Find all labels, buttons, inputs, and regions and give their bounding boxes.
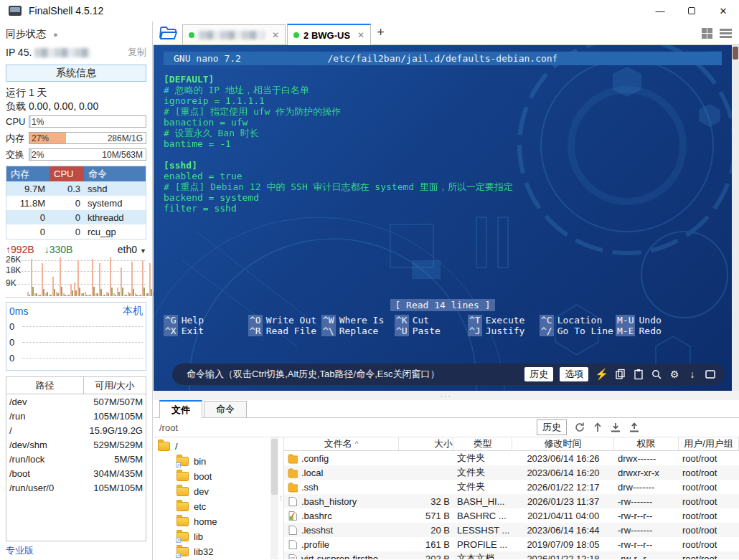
ip-value-redacted (34, 48, 90, 57)
download-bar (86, 295, 88, 296)
disk-row[interactable]: /dev/shm529M/529M (6, 437, 146, 452)
scroll-down-icon[interactable]: ↓ (687, 369, 698, 380)
file-name: .lesshst (301, 525, 333, 536)
file-header-3[interactable]: 修改时间 (512, 437, 614, 450)
upload-icon[interactable] (629, 422, 640, 433)
sidebar: 同步状态 ● IP 45. 复制 系统信息 运行 1 天 负载 0.00, 0.… (0, 22, 153, 560)
download-icon[interactable] (610, 422, 621, 433)
process-row[interactable]: 9.7M0.3sshd (6, 181, 146, 196)
paste-icon[interactable] (633, 369, 644, 380)
process-row[interactable]: 00kthreadd (6, 210, 146, 224)
tree-table-splitter[interactable]: ⋮⋮⋮ (278, 437, 283, 559)
copy-icon[interactable] (615, 369, 626, 380)
terminal-panel[interactable]: GNU nano 7.2 /etc/fail2ban/jail.d/defaul… (154, 45, 739, 391)
process-memory: 9.7M (6, 184, 50, 194)
disk-row[interactable]: /dev507M/507M (6, 394, 146, 409)
session-tab-1[interactable]: ✕ (182, 24, 286, 44)
quick-command-icon[interactable]: ⚡ (595, 368, 608, 381)
table-row[interactable]: .local文件夹2023/06/14 16:20drwxr-xr-xroot/… (284, 465, 739, 480)
options-button[interactable]: 选项 (560, 367, 588, 381)
latency-tick-label: 0 (9, 321, 22, 332)
tree-item-lib32[interactable]: ↗lib32 (154, 544, 270, 559)
command-input-bar[interactable]: 命令输入（双击Ctrl切换,Alt历史,Tab路径/命令,Esc关闭窗口） 历史… (172, 364, 725, 385)
terminal-scrollbar-thumb[interactable] (733, 47, 738, 60)
refresh-icon[interactable] (574, 422, 585, 433)
process-row[interactable]: 11.8M0systemd (6, 196, 146, 210)
process-header-command[interactable]: 命令 (84, 166, 146, 181)
layout-grid-icon[interactable] (702, 28, 712, 39)
terminal-scrollbar[interactable] (732, 45, 739, 391)
menu-icon[interactable] (720, 29, 732, 38)
table-row[interactable]: virt-sysprep-firstbo...202 B文本文档2026/01/… (284, 551, 739, 559)
disk-table-header[interactable]: 路径 可用/大小 (6, 377, 146, 394)
network-bar-slot (81, 293, 84, 296)
path-input[interactable]: /root (159, 422, 178, 433)
tree-item-bin[interactable]: ↗bin (154, 454, 270, 469)
swap-label: 交换 (6, 148, 29, 161)
tree-scrollbar-thumb[interactable] (271, 439, 278, 495)
disk-header-path[interactable]: 路径 (6, 377, 84, 394)
download-bar (57, 293, 59, 296)
search-icon[interactable] (651, 369, 662, 380)
disk-row[interactable]: /run/user/0105M/105M (6, 480, 146, 495)
table-row[interactable]: .bash_history32 BBASH_HI...2026/01/23 11… (284, 494, 739, 508)
edition-label[interactable]: 专业版 (6, 541, 146, 560)
close-button[interactable]: ✕ (707, 0, 739, 22)
disk-size: 5M/5M (84, 454, 143, 465)
file-header-0[interactable]: 文件名^ (284, 437, 399, 450)
copy-ip-button[interactable]: 复制 (128, 46, 146, 59)
system-info-button[interactable]: 系统信息 (6, 65, 146, 82)
file-header-4[interactable]: 权限 (614, 437, 679, 450)
tree-item-boot[interactable]: boot (154, 469, 270, 484)
minimize-button[interactable]: — (644, 0, 676, 22)
latency-target-link[interactable]: 本机 (123, 305, 143, 318)
process-table-header[interactable]: 内存 CPU 命令 (6, 166, 146, 181)
process-header-cpu[interactable]: CPU (50, 166, 84, 181)
table-row[interactable]: .bashrc571 BBASHRC ...2021/04/11 04:00-r… (284, 508, 739, 523)
open-folder-icon[interactable] (159, 24, 178, 42)
tree-item-etc[interactable]: etc (154, 499, 270, 514)
nano-line (164, 149, 725, 160)
tree-item-root[interactable]: / (154, 439, 270, 454)
tab-commands[interactable]: 命令 (204, 401, 247, 417)
process-row[interactable]: 00rcu_gp (6, 224, 146, 239)
table-row[interactable]: .ssh文件夹2026/01/22 12:17drw-------root/ro… (284, 480, 739, 494)
nano-buffer[interactable]: [DEFAULT]# 忽略的 IP 地址，相当于白名单ignoreip = 1.… (164, 74, 725, 214)
fullscreen-icon[interactable] (705, 369, 716, 380)
file-type-cell: BASH_HI... (453, 496, 512, 507)
close-tab-icon[interactable]: ✕ (272, 30, 279, 40)
file-header-2[interactable]: 类型 (453, 437, 512, 450)
panel-splitter[interactable]: ··· (154, 391, 739, 400)
process-header-memory[interactable]: 内存 (6, 166, 50, 181)
close-tab-icon[interactable]: ✕ (357, 30, 364, 40)
disk-header-size[interactable]: 可用/大小 (84, 377, 146, 394)
tab-files[interactable]: 文件 (159, 400, 202, 418)
file-header-1[interactable]: 大小 (399, 437, 453, 450)
tree-item-lib[interactable]: ↗lib (154, 529, 270, 544)
fm-history-button[interactable]: 历史 (537, 419, 567, 435)
chevron-down-icon: ▼ (140, 247, 146, 255)
disk-row[interactable]: /15.9G/19.2G (6, 423, 146, 437)
table-row[interactable]: .config文件夹2023/06/14 16:26drwx------root… (284, 451, 739, 465)
tree-item-home[interactable]: home (154, 514, 270, 529)
nano-titlebar: GNU nano 7.2 /etc/fail2ban/jail.d/defaul… (164, 52, 722, 65)
network-bar-slot (67, 295, 70, 296)
interface-selector[interactable]: eth0▼ (118, 244, 146, 255)
new-tab-button[interactable]: + (377, 25, 385, 40)
disk-row[interactable]: /boot304M/435M (6, 466, 146, 480)
tree-scrollbar[interactable] (270, 437, 278, 559)
history-button[interactable]: 历史 (524, 367, 553, 381)
session-tab-2[interactable]: 2 BWG-US ✕ (287, 24, 371, 45)
uptime-label: 运行 1 天 (6, 86, 146, 100)
command-input-placeholder[interactable]: 命令输入（双击Ctrl切换,Alt历史,Tab路径/命令,Esc关闭窗口） (187, 368, 439, 381)
file-header-5[interactable]: 用户/用户组 (679, 437, 739, 450)
file-perm-cell: -rw------- (614, 496, 679, 507)
gear-icon[interactable]: ⚙ (669, 369, 680, 380)
maximize-button[interactable] (676, 0, 707, 22)
up-directory-icon[interactable] (593, 422, 603, 433)
disk-row[interactable]: /run/lock5M/5M (6, 452, 146, 466)
table-row[interactable]: .profile161 BPROFILE ...2019/07/09 18:05… (284, 537, 739, 551)
table-row[interactable]: .lesshst20 BLESSHST ...2023/06/14 16:44-… (284, 523, 739, 537)
tree-item-dev[interactable]: dev (154, 484, 270, 499)
disk-row[interactable]: /run105M/105M (6, 409, 146, 423)
